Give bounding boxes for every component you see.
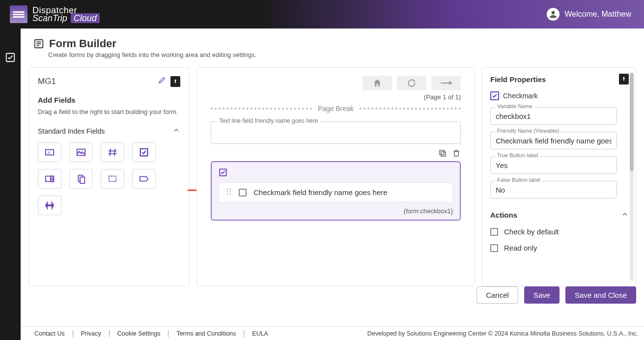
footer-link-privacy[interactable]: Privacy	[73, 330, 110, 337]
svg-point-25	[230, 189, 231, 190]
text-field-tile[interactable]: A	[38, 142, 61, 162]
cancel-button[interactable]: Cancel	[476, 286, 518, 304]
svg-rect-22	[440, 150, 444, 155]
save-button[interactable]: Save	[524, 286, 560, 304]
friendly-name-label: Friendly Name (Viewable)	[495, 128, 561, 134]
checkbox-icon[interactable]	[239, 189, 247, 197]
svg-point-24	[227, 189, 228, 190]
read-only-checkbox[interactable]	[490, 244, 498, 252]
checkmark-type-icon	[219, 170, 227, 178]
dropdown-field-tile[interactable]	[38, 169, 61, 189]
form-name: MG1	[38, 77, 56, 86]
form-builder-icon	[33, 38, 44, 49]
logo-icon	[10, 5, 28, 23]
svg-point-28	[227, 194, 228, 195]
false-button-label: False Button label	[495, 177, 542, 183]
friendly-name-input[interactable]	[490, 132, 617, 149]
footer-link-eula[interactable]: EULA	[244, 330, 276, 337]
pagebreak-field-tile[interactable]	[38, 196, 61, 215]
checkmark-field-label: Checkmark field friendly name goes here	[253, 188, 388, 197]
area-field-tile[interactable]	[101, 169, 124, 189]
collapse-group-icon[interactable]	[172, 126, 180, 136]
page-indicator: (Page 1 of 1)	[211, 93, 461, 101]
welcome-text: Welcome, Matthew	[564, 10, 631, 19]
svg-rect-17	[80, 177, 84, 183]
edit-form-name-icon[interactable]	[158, 76, 167, 87]
page-title: Form Builder	[33, 37, 631, 50]
left-nav-rail	[0, 28, 21, 326]
svg-rect-21	[441, 152, 446, 156]
number-field-tile[interactable]	[101, 142, 124, 162]
copy-field-icon[interactable]	[438, 149, 447, 159]
checkmark-field-tile[interactable]	[132, 142, 156, 162]
user-area[interactable]: Welcome, Matthew	[547, 8, 631, 21]
home-button[interactable]	[363, 76, 392, 90]
text-line-field[interactable]: Text line field friendly name goes here	[211, 121, 461, 144]
save-and-close-button[interactable]: Save and Close	[565, 286, 636, 304]
properties-pin-icon[interactable]	[619, 74, 629, 85]
properties-panel: Field Properties Checkmark Variable Name…	[482, 67, 636, 286]
checkmark-field-selected[interactable]: Checkmark field friendly name goes here …	[211, 161, 461, 221]
footer-link-cookies[interactable]: Cookie Settings	[110, 330, 169, 337]
avatar-icon	[547, 8, 560, 21]
collapse-actions-icon[interactable]	[621, 210, 629, 220]
paste-field-tile[interactable]	[69, 169, 93, 189]
false-button-input[interactable]	[490, 181, 617, 198]
true-button-input[interactable]	[490, 156, 617, 174]
svg-text:A: A	[47, 150, 51, 155]
canvas-panel: (Page 1 of 1) Page Break Text line field…	[196, 67, 475, 286]
check-by-default-label: Check by default	[504, 227, 559, 236]
svg-line-9	[110, 149, 111, 156]
app-header: Dispatcher ScanTrip Cloud Welcome, Matth…	[0, 0, 644, 28]
svg-rect-18	[109, 176, 116, 182]
variable-name-label: Variable Name	[495, 103, 534, 109]
standard-fields-group-title: Standard Index Fields	[38, 127, 105, 135]
checkmark-variable-ref: {form:checkbox1}	[219, 207, 453, 215]
fields-panel: MG1 Add Fields Drag a field to the right…	[28, 67, 190, 286]
footer-link-terms[interactable]: Terms and Conditions	[168, 330, 244, 337]
drag-handle-icon[interactable]	[226, 188, 232, 197]
brand-badge: Cloud	[71, 13, 100, 23]
delete-field-icon[interactable]	[452, 149, 461, 159]
svg-point-29	[230, 194, 231, 195]
field-type-icon	[490, 91, 499, 100]
forms-nav-icon[interactable]	[5, 52, 16, 63]
page-break-label: Page Break	[318, 105, 354, 113]
footer-link-contact[interactable]: Contact Us	[27, 330, 73, 337]
field-type-label: Checkmark	[503, 92, 538, 100]
variable-name-input[interactable]	[490, 107, 617, 125]
tag-field-tile[interactable]	[132, 169, 156, 189]
page-subtitle: Create forms by dragging fields into the…	[48, 51, 631, 58]
properties-title: Field Properties	[490, 75, 546, 84]
check-by-default-checkbox[interactable]	[490, 228, 498, 236]
page-break-divider: Page Break	[211, 105, 461, 113]
brand-line2: ScanTrip	[32, 13, 67, 23]
image-field-tile[interactable]	[69, 142, 93, 162]
svg-line-10	[114, 149, 115, 156]
read-only-label: Read only	[504, 244, 537, 252]
svg-point-26	[227, 191, 228, 193]
footer-copyright: Developed by Solutions Engineering Cente…	[367, 330, 638, 337]
main-content: Form Builder Create forms by dragging fi…	[21, 28, 644, 326]
add-fields-hint: Drag a field to the right to start build…	[38, 108, 180, 115]
next-button[interactable]	[431, 76, 461, 90]
footer: Contact Us Privacy Cookie Settings Terms…	[21, 326, 644, 340]
actions-title: Actions	[490, 211, 517, 219]
properties-scrollbar[interactable]	[630, 73, 634, 281]
svg-point-0	[552, 11, 555, 14]
text-field-label: Text line field friendly name goes here	[217, 117, 320, 124]
true-button-label: True Button label	[495, 152, 540, 158]
logo: Dispatcher ScanTrip Cloud	[10, 5, 100, 23]
svg-point-27	[230, 191, 231, 193]
add-fields-title: Add Fields	[38, 96, 180, 104]
pin-icon[interactable]	[170, 76, 180, 87]
refresh-button[interactable]	[397, 76, 426, 90]
